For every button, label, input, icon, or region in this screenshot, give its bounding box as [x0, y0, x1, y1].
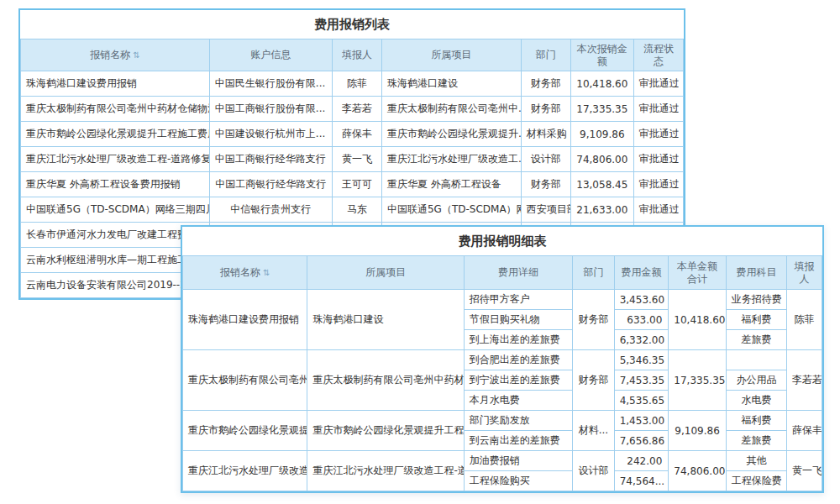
reimbursement-name-link[interactable]: 珠海鹤港口建设费用报销 [183, 290, 307, 350]
amount-cell: 242.00 [614, 451, 669, 471]
col-header-filler: 填报人 [332, 39, 381, 71]
col-header-name-label: 报销名称 [220, 266, 260, 278]
category-cell: 水电费 [726, 391, 786, 411]
table-row: 珠海鹤港口建设费用报销 中国民生银行股份有限... 陈菲 珠海鹤港口建设 财务部… [21, 71, 684, 97]
sort-icon[interactable]: ⇅ [263, 268, 270, 277]
status-cell: 审批通过 [633, 122, 683, 147]
filler-link[interactable]: 王可可 [332, 172, 381, 197]
amount-cell: 633.00 [614, 310, 669, 330]
list-header-row: 报销名称⇅ 账户信息 填报人 所属项目 部门 本次报销金额 流程状态 [21, 39, 684, 71]
project-link[interactable]: 重庆太极制药有限公司亳州中药材仓储物流 [307, 350, 464, 411]
col-header-amount: 费用金额 [614, 256, 669, 290]
reimbursement-name-link[interactable]: 重庆江北污水处理厂级改造工程- [183, 451, 307, 491]
detail-row: 珠海鹤港口建设费用报销 珠海鹤港口建设 招待甲方客户 财务部 3,453.60 … [183, 290, 822, 310]
total-cell: 9,109.86 [669, 411, 726, 451]
col-header-name: 报销名称⇅ [183, 256, 307, 290]
filler-link[interactable]: 薛保丰 [332, 122, 381, 147]
account-cell: 中国工商银行股份有限... [209, 97, 332, 122]
dept-cell: 设计部 [573, 451, 614, 491]
reimbursement-name-link[interactable]: 重庆市鹅岭公园绿化景观提升工 [183, 411, 307, 451]
amount-cell: 17,335.35 [570, 97, 633, 122]
table-row: 中国联通5G（TD-SCDMA）网络三期四川工程费... 中信银行贵州支行 马东… [21, 197, 684, 223]
total-cell: 10,418.60 [669, 290, 726, 350]
amount-cell: 3,453.60 [614, 290, 669, 310]
category-cell [726, 350, 786, 370]
category-cell: 办公用品 [726, 370, 786, 391]
project-link[interactable]: 中国联通5G（TD-SCDMA）网... [381, 197, 521, 223]
account-cell: 中国工商银行经华路支行 [209, 147, 332, 172]
amount-cell: 9,109.86 [570, 122, 633, 147]
amount-cell: 7,453.35 [614, 370, 669, 391]
col-header-project: 所属项目 [381, 39, 521, 71]
filler-link[interactable]: 薛保丰 [787, 411, 822, 451]
filler-link[interactable]: 李若若 [787, 350, 822, 411]
detail-header-row: 报销名称⇅ 所属项目 费用详细 部门 费用金额 本单金额合计 费用科目 填报人 [183, 256, 822, 290]
filler-link[interactable]: 李若若 [332, 97, 381, 122]
category-cell: 业务招待费 [726, 290, 786, 310]
table-row: 重庆华夏 外高桥工程设备费用报销 中国工商银行经华路支行 王可可 重庆华夏 外高… [21, 172, 684, 197]
col-header-status: 流程状态 [633, 39, 683, 71]
reimbursement-name-link[interactable]: 中国联通5G（TD-SCDMA）网络三期四川工程费... [21, 197, 210, 223]
category-cell: 工程保险费 [726, 471, 786, 491]
dept-cell: 西安项目部 [521, 197, 570, 223]
expense-detail-table: 报销名称⇅ 所属项目 费用详细 部门 费用金额 本单金额合计 费用科目 填报人 … [182, 255, 822, 491]
list-table-title: 费用报销列表 [20, 10, 684, 39]
amount-cell: 7,656.86 [614, 431, 669, 451]
amount-cell: 74,564... [614, 471, 669, 491]
reimbursement-name-link[interactable]: 重庆太极制药有限公司亳州中药 [183, 350, 307, 411]
project-link[interactable]: 珠海鹤港口建设 [307, 290, 464, 350]
project-link[interactable]: 重庆江北污水处理厂级改造工程-道路修复工 [307, 451, 464, 491]
detail-row: 重庆江北污水处理厂级改造工程- 重庆江北污水处理厂级改造工程-道路修复工 加油费… [183, 451, 822, 471]
detail-table-title: 费用报销明细表 [182, 227, 822, 255]
table-row: 重庆江北污水处理厂级改造工程-道路修复工程费用... 中国工商银行经华路支行 黄… [21, 147, 684, 172]
amount-cell: 1,453.00 [614, 411, 669, 431]
expense-detail-cell: 到云南出差的差旅费 [464, 431, 572, 451]
expense-detail-cell: 本月水电费 [464, 391, 572, 411]
detail-row: 重庆市鹅岭公园绿化景观提升工 重庆市鹅岭公园绿化景观提升工程施工 部门奖励发放 … [183, 411, 822, 431]
status-cell: 审批通过 [633, 97, 683, 122]
filler-link[interactable]: 马东 [332, 197, 381, 223]
col-header-dept: 部门 [573, 256, 614, 290]
dept-cell: 财务部 [521, 172, 570, 197]
project-link[interactable]: 重庆江北污水处理厂级改造工... [381, 147, 521, 172]
amount-cell: 21,633.00 [570, 197, 633, 223]
status-cell: 审批通过 [633, 172, 683, 197]
project-link[interactable]: 重庆市鹅岭公园绿化景观提升工程施工 [307, 411, 464, 451]
col-header-account: 账户信息 [209, 39, 332, 71]
table-row: 重庆太极制药有限公司亳州中药材仓储物流基地项... 中国工商银行股份有限... … [21, 97, 684, 122]
dept-cell: 材料采购 [521, 122, 570, 147]
reimbursement-name-link[interactable]: 重庆市鹅岭公园绿化景观提升工程施工费用报销 [21, 122, 210, 147]
expense-detail-cell: 到合肥出差的差旅费 [464, 350, 572, 370]
detail-row: 重庆太极制药有限公司亳州中药 重庆太极制药有限公司亳州中药材仓储物流 到合肥出差… [183, 350, 822, 370]
reimbursement-name-link[interactable]: 重庆太极制药有限公司亳州中药材仓储物流基地项... [21, 97, 210, 122]
col-header-project: 所属项目 [307, 256, 464, 290]
reimbursement-name-link[interactable]: 重庆江北污水处理厂级改造工程-道路修复工程费用... [21, 147, 210, 172]
project-link[interactable]: 重庆华夏 外高桥工程设备 [381, 172, 521, 197]
dept-cell: 财务部 [521, 97, 570, 122]
filler-link[interactable]: 黄一飞 [332, 147, 381, 172]
filler-link[interactable]: 陈菲 [332, 71, 381, 97]
expense-detail-cell: 加油费报销 [464, 451, 572, 471]
sort-icon[interactable]: ⇅ [133, 50, 139, 60]
category-cell: 其他 [726, 451, 786, 471]
reimbursement-name-link[interactable]: 重庆华夏 外高桥工程设备费用报销 [21, 172, 210, 197]
col-header-dept: 部门 [521, 39, 570, 71]
account-cell: 中国民生银行股份有限... [209, 71, 332, 97]
status-cell: 审批通过 [633, 147, 683, 172]
expense-detail-cell: 节假日购买礼物 [464, 310, 572, 330]
table-row: 重庆市鹅岭公园绿化景观提升工程施工费用报销 中国建设银行杭州市上... 薛保丰 … [21, 122, 684, 147]
amount-cell: 5,346.35 [614, 350, 669, 370]
project-link[interactable]: 重庆太极制药有限公司亳州中... [381, 97, 521, 122]
expense-detail-panel: 费用报销明细表 报销名称⇅ 所属项目 费用详细 部门 费用金额 本单金额合计 费… [181, 225, 824, 493]
col-header-filler: 填报人 [787, 256, 822, 290]
project-link[interactable]: 重庆市鹅岭公园绿化景观提升... [381, 122, 521, 147]
amount-cell: 10,418.60 [570, 71, 633, 97]
status-cell: 审批通过 [633, 71, 683, 97]
filler-link[interactable]: 黄一飞 [787, 451, 822, 491]
filler-link[interactable]: 陈菲 [787, 290, 822, 350]
project-link[interactable]: 珠海鹤港口建设 [381, 71, 521, 97]
account-cell: 中国工商银行经华路支行 [209, 172, 332, 197]
expense-detail-cell: 招待甲方客户 [464, 290, 572, 310]
expense-detail-cell: 部门奖励发放 [464, 411, 572, 431]
reimbursement-name-link[interactable]: 珠海鹤港口建设费用报销 [21, 71, 210, 97]
